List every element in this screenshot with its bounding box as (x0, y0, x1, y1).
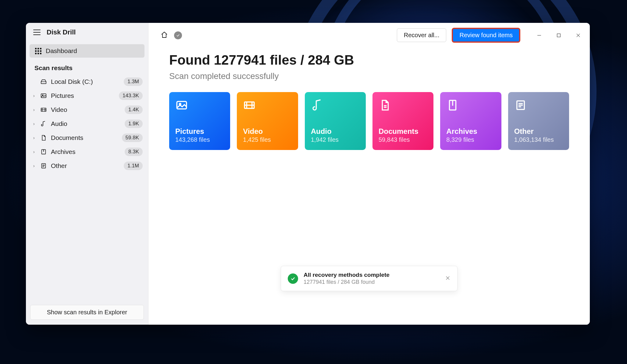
toast-title: All recovery methods complete (304, 272, 440, 278)
app-name: Disk Drill (47, 28, 76, 36)
card-archives[interactable]: Archives 8,329 files (440, 92, 501, 150)
main-area: Recover all... Review found items Found … (148, 23, 590, 325)
chevron-right-icon[interactable]: › (33, 93, 39, 98)
card-label: Documents (379, 127, 427, 136)
svg-rect-5 (557, 34, 561, 37)
section-title: Scan results (26, 58, 148, 75)
result-header: Found 1277941 files / 284 GB Scan comple… (148, 42, 590, 81)
app-window: Disk Drill Dashboard Scan results › Loca… (26, 23, 590, 325)
sidebar-item-badge: 8.3K (125, 148, 143, 156)
category-cards: Pictures 143,268 files Video 1,425 files… (148, 81, 590, 150)
success-check-icon (288, 273, 298, 284)
card-pictures[interactable]: Pictures 143,268 files (169, 92, 230, 150)
home-icon[interactable] (161, 31, 168, 40)
card-label: Video (243, 127, 292, 136)
dashboard-label: Dashboard (46, 47, 77, 55)
card-count: 8,329 files (446, 136, 495, 143)
show-explorer-button[interactable]: Show scan results in Explorer (30, 305, 144, 320)
sidebar-item-documents[interactable]: › Documents 59.8K (26, 131, 148, 145)
toast-subtitle: 1277941 files / 284 GB found (304, 279, 440, 285)
card-video[interactable]: Video 1,425 files (237, 92, 298, 150)
sidebar-item-other[interactable]: › Other 1.1M (26, 159, 148, 173)
sidebar-item-badge: 1.1M (124, 162, 143, 170)
review-found-items-button[interactable]: Review found items (452, 28, 520, 42)
maximize-icon[interactable] (554, 31, 563, 40)
sidebar: Disk Drill Dashboard Scan results › Loca… (26, 23, 148, 325)
sidebar-item-badge: 59.8K (122, 134, 143, 142)
chevron-right-icon[interactable]: › (33, 149, 39, 154)
video-icon (39, 106, 48, 113)
card-label: Other (514, 127, 563, 136)
chevron-right-icon[interactable]: › (33, 121, 39, 126)
sidebar-item-audio[interactable]: › Audio 1.9K (26, 117, 148, 131)
other-icon (514, 99, 563, 115)
sidebar-item-label: Other (48, 162, 124, 170)
toolbar: Recover all... Review found items (148, 23, 590, 42)
check-circle-icon[interactable] (174, 31, 182, 39)
card-audio[interactable]: Audio 1,942 files (305, 92, 366, 150)
card-label: Pictures (175, 127, 224, 136)
completion-toast: All recovery methods complete 1277941 fi… (281, 266, 458, 291)
card-label: Audio (311, 127, 360, 136)
card-count: 143,268 files (175, 136, 224, 143)
chevron-right-icon[interactable]: › (33, 107, 39, 112)
sidebar-item-label: Archives (48, 148, 125, 155)
sidebar-item-label: Documents (48, 134, 122, 141)
card-count: 1,063,134 files (514, 136, 563, 143)
archive-icon (39, 148, 48, 155)
sidebar-item-label: Audio (48, 120, 125, 127)
recover-all-button[interactable]: Recover all... (397, 28, 447, 42)
audio-icon (311, 99, 360, 115)
picture-icon (175, 99, 224, 115)
card-other[interactable]: Other 1,063,134 files (508, 92, 569, 150)
archive-icon (446, 99, 495, 115)
card-documents[interactable]: Documents 59,843 files (372, 92, 433, 150)
sidebar-footer: Show scan results in Explorer (26, 300, 148, 325)
caption-buttons (535, 31, 582, 40)
document-icon (39, 134, 48, 141)
sidebar-item-label: Video (48, 106, 125, 113)
toast-close-icon[interactable] (445, 275, 451, 282)
card-count: 59,843 files (379, 136, 427, 143)
disk-label: Local Disk (C:) (48, 78, 124, 85)
dashboard-grid-icon (35, 48, 41, 54)
card-count: 1,942 files (311, 136, 360, 143)
disk-badge: 1.3M (124, 77, 143, 86)
sidebar-item-archives[interactable]: › Archives 8.3K (26, 145, 148, 159)
hamburger-icon[interactable] (33, 30, 41, 35)
other-icon (39, 162, 48, 169)
card-label: Archives (446, 127, 495, 136)
minimize-icon[interactable] (535, 31, 543, 40)
close-icon[interactable] (574, 31, 582, 40)
sidebar-item-pictures[interactable]: › Pictures 143.3K (26, 89, 148, 103)
toast-body: All recovery methods complete 1277941 fi… (304, 272, 440, 285)
result-subtitle: Scan completed successfully (169, 71, 590, 81)
sidebar-header: Disk Drill (26, 23, 148, 42)
sidebar-item-badge: 1.4K (125, 105, 143, 114)
result-title: Found 1277941 files / 284 GB (169, 52, 590, 68)
chevron-right-icon[interactable]: › (33, 163, 39, 168)
sidebar-item-disk[interactable]: › Local Disk (C:) 1.3M (26, 75, 148, 89)
sidebar-item-badge: 1.9K (125, 120, 143, 128)
video-icon (243, 99, 292, 115)
chevron-right-icon[interactable]: › (33, 135, 39, 140)
sidebar-item-badge: 143.3K (119, 91, 143, 100)
card-count: 1,425 files (243, 136, 292, 143)
sidebar-item-dashboard[interactable]: Dashboard (30, 44, 144, 58)
document-icon (379, 99, 427, 115)
sidebar-item-label: Pictures (48, 92, 119, 99)
audio-icon (39, 120, 48, 127)
disk-icon (39, 78, 48, 85)
sidebar-item-video[interactable]: › Video 1.4K (26, 103, 148, 117)
picture-icon (39, 92, 48, 99)
